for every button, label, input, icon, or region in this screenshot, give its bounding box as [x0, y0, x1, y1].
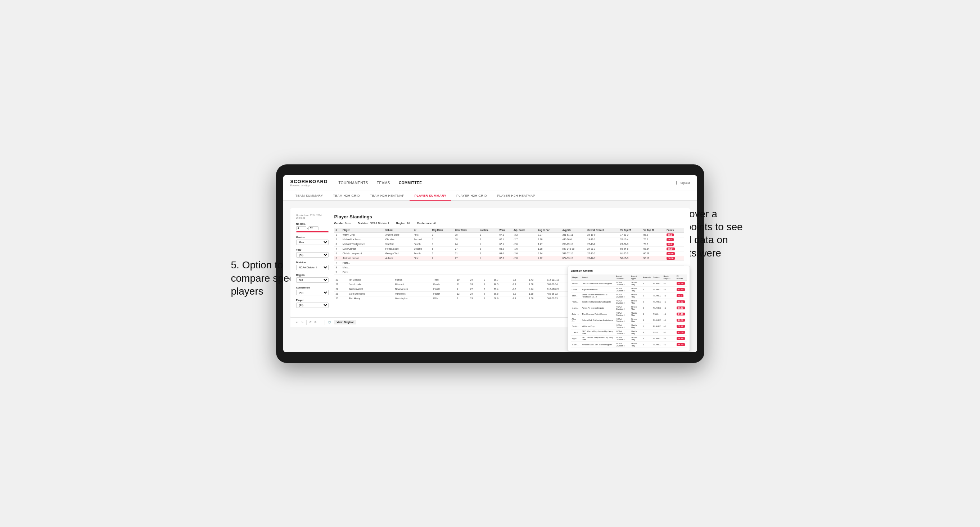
cell-reg-rank: 12 — [455, 291, 469, 296]
filter-region: Region N/A — [296, 274, 329, 283]
points-badge[interactable]: 70.2 — [667, 243, 674, 246]
cell-wins — [498, 265, 512, 270]
filter-gender: Gender Men — [296, 236, 329, 245]
main-content: Update time: 27/01/2024 16:56:26 No Rds.… — [283, 201, 697, 352]
sub-nav-team-summary[interactable]: TEAM SUMMARY — [290, 191, 328, 201]
clock-button[interactable]: 🕐 — [328, 321, 331, 324]
copy-button[interactable]: ⧉ — [315, 321, 317, 324]
cell-points[interactable]: 60.09 — [665, 251, 684, 256]
tooltip-row: Jacob... UNCW Seahawk Intercollegiate NC… — [571, 280, 687, 286]
view-original-button[interactable]: View: Original — [334, 320, 357, 324]
cell-vs25: 50-16-8 — [619, 256, 642, 260]
tcol-rank-impact: Rank Impact — [662, 275, 675, 281]
cell-points[interactable]: 70.2 — [665, 242, 684, 246]
cell-player: Cole Sherwood — [348, 291, 394, 296]
cell-reg-rank: 1 — [455, 287, 469, 291]
tcol-rounds: Rounds — [642, 275, 652, 281]
redo-button[interactable]: ↪ — [301, 321, 303, 324]
filter-gender-select[interactable]: Men — [296, 240, 329, 245]
nav-committee[interactable]: COMMITTEE — [399, 179, 422, 186]
cell-conf-rank: 24 — [469, 291, 482, 296]
cell-avg-sg — [561, 260, 586, 265]
filter-no-rds-min[interactable] — [296, 226, 306, 230]
cell-reg-rank: 7 — [455, 296, 469, 301]
filter-no-rds-slider[interactable] — [296, 231, 329, 232]
filter-no-rds-max[interactable] — [309, 226, 318, 230]
nav-tournaments[interactable]: TOURNAMENTS — [338, 179, 368, 186]
cell-points[interactable]: 58.18 — [665, 256, 684, 260]
tooltip-points-badge: 66.40 — [677, 343, 685, 346]
cell-wins — [498, 260, 512, 265]
points-badge[interactable]: 68.34 — [667, 248, 675, 250]
sub-nav-player-summary[interactable]: PLAYER SUMMARY — [410, 191, 452, 201]
table-row: 4 Luke Clanton Florida State Second 5 27… — [334, 246, 684, 251]
cell-rank: 2 — [334, 237, 342, 242]
filter-player-select[interactable]: (All) — [296, 303, 329, 308]
table-row: 1 Wenyi Ding Arizona State First 1 15 1 … — [334, 232, 684, 237]
tcell-status: NULL — [652, 329, 662, 335]
sub-nav-player-h2h-heatmap[interactable]: PLAYER H2H HEATMAP — [492, 191, 540, 201]
points-badge[interactable]: 60.09 — [667, 252, 675, 255]
cell-vs50: 76.2 — [642, 237, 665, 242]
filter-conference-select[interactable]: (All) — [296, 290, 329, 295]
sub-nav-team-h2h-heatmap[interactable]: TEAM H2H HEATMAP — [365, 191, 410, 201]
cell-school: New Mexico — [394, 287, 432, 291]
cell-no-rds: 2 — [478, 246, 498, 251]
tooltip-row: Pitch... Southern Highlands Collegiate N… — [571, 298, 687, 305]
sub-nav-team-h2h-grid[interactable]: TEAM H2H GRID — [328, 191, 364, 201]
cell-wins: 68.6 — [492, 296, 510, 301]
tcell-event: The Cypress Point Classic — [581, 311, 615, 317]
col-rank: # — [334, 228, 342, 233]
tcell-rank-impact: +1 — [662, 298, 675, 305]
cell-yr: Fifth — [432, 296, 455, 301]
cell-points[interactable]: 88.2 — [665, 232, 684, 237]
undo-button[interactable]: ↩ — [296, 321, 298, 324]
tcell-rank-impact: +0 — [662, 286, 675, 292]
points-badge[interactable]: 88.2 — [667, 233, 674, 237]
cell-conf-rank: 15 — [453, 232, 478, 237]
tcell-rounds: 3 — [642, 305, 652, 311]
tooltip-points-badge: 40.7 — [677, 294, 684, 297]
cell-avg-to-par: 1.56 — [527, 296, 545, 301]
table-row: 6 Jackson Kolson Auburn First 2 27 1 87.… — [334, 256, 684, 260]
filter-no-rds-range: - — [296, 226, 329, 230]
tcell-event: Mirabel Maui Jim Intercollegiate — [581, 341, 615, 348]
tcol-type: Event Type — [630, 275, 642, 281]
tooltip-points-badge: 20.64 — [677, 282, 685, 285]
points-badge[interactable]: 76.2 — [667, 238, 674, 241]
cell-rank: 1 — [334, 232, 342, 237]
points-badge[interactable]: 58.18 — [667, 257, 675, 260]
tcell-division: NCAA Division I — [615, 286, 630, 292]
cell-player: Prest... — [341, 270, 384, 275]
tcell-rank-impact: +1 — [662, 305, 675, 311]
cell-conf-rank: 24 — [453, 242, 478, 246]
filter-region-select[interactable]: N/A — [296, 277, 329, 283]
cell-points[interactable]: 68.34 — [665, 246, 684, 251]
cell-rank: 3 — [334, 242, 342, 246]
cell-conf-rank: 27 — [469, 287, 482, 291]
cell-school — [384, 270, 412, 275]
cell-yr: Fourth — [432, 287, 455, 291]
more-button[interactable]: ⋯ — [319, 321, 322, 324]
sign-out-button[interactable]: Sign out — [681, 182, 690, 184]
cell-avg-sg: 440-26-6 — [561, 237, 586, 242]
filter-year-select[interactable]: (All) — [296, 252, 329, 257]
cell-overall — [586, 260, 619, 265]
cell-overall: 19-11-1 — [586, 237, 619, 242]
filter-division-select[interactable]: NCAA Division I — [296, 265, 329, 270]
tcell-type: Stroke Play — [630, 286, 642, 292]
cell-points[interactable] — [665, 260, 684, 265]
tcell-status: NULL — [652, 311, 662, 317]
cell-reg-rank: 11 — [455, 282, 469, 287]
cell-vs50: 88.2 — [642, 232, 665, 237]
meta-row: Gender: Men Division: NCAA Division I Re… — [334, 222, 684, 225]
cell-conf-rank: 21 — [453, 251, 478, 256]
cell-rank: 22 — [334, 278, 348, 283]
cell-points[interactable]: 76.2 — [665, 237, 684, 242]
filter-no-rds: No Rds. - — [296, 223, 329, 232]
cell-no-rds — [478, 270, 498, 275]
refresh-button[interactable]: ⟳ — [310, 321, 312, 324]
cell-rank: 26 — [334, 296, 348, 301]
sub-nav-player-h2h-grid[interactable]: PLAYER H2H GRID — [451, 191, 492, 201]
nav-teams[interactable]: TEAMS — [377, 179, 390, 186]
